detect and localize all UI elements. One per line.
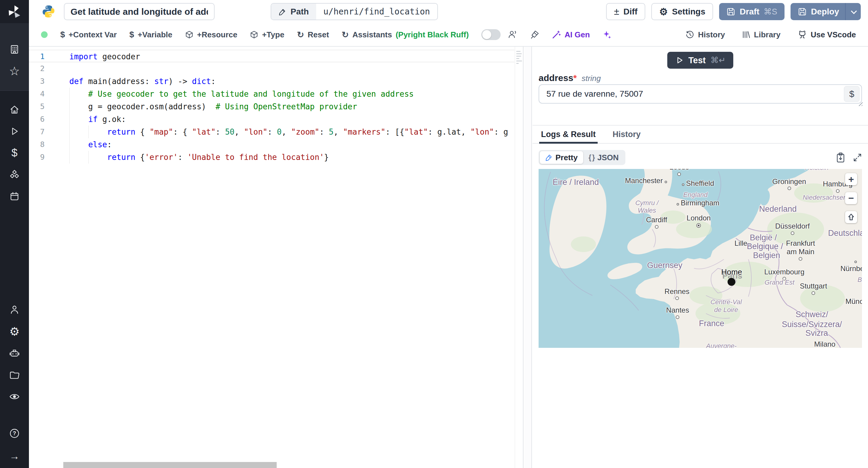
user-icon [9, 305, 20, 315]
add-variable-label: +Variable [138, 30, 173, 39]
sidebar-item-variables[interactable]: $ [0, 145, 29, 161]
package-icon [185, 30, 193, 39]
person-presence-icon [508, 30, 518, 39]
reset-button[interactable]: ↻ Reset [297, 30, 329, 40]
history-button[interactable]: History [685, 30, 725, 39]
windmill-logo[interactable] [0, 3, 29, 21]
view-switcher: Pretty { } JSON [538, 150, 625, 165]
expand-icon[interactable] [853, 153, 862, 162]
add-resource-label: +Resource [197, 30, 238, 39]
path-label-cell: Path [271, 4, 316, 20]
sidebar-item-workers[interactable] [0, 345, 29, 361]
reset-label: Reset [308, 30, 329, 39]
code-lines: 1import geocoder23def main(address: str)… [29, 50, 515, 164]
map-marker [727, 278, 735, 286]
indent-guide [88, 126, 89, 138]
add-context-var-button[interactable]: $ +Context Var [60, 30, 117, 39]
sidebar-item-users[interactable] [0, 302, 29, 318]
map-zoom-out-button[interactable]: − [845, 192, 857, 204]
dollar-icon: $ [11, 147, 18, 159]
tab-logs-result[interactable]: Logs & Result [541, 126, 596, 143]
pretty-label: Pretty [555, 153, 578, 162]
sidebar-item-favorites[interactable]: ☆ [0, 63, 29, 79]
add-resource-button[interactable]: +Resource [185, 30, 238, 39]
status-dot [41, 31, 48, 38]
address-input[interactable] [538, 84, 862, 104]
tab-history[interactable]: History [613, 126, 641, 143]
multiplayer-toggle[interactable] [481, 29, 501, 40]
assistants-label: Assistants [352, 30, 392, 39]
diff-button[interactable]: ± Diff [606, 3, 645, 20]
add-variable-button[interactable]: $ +Variable [129, 30, 173, 39]
script-title-input[interactable] [64, 3, 215, 20]
sidebar-item-help[interactable]: ? [0, 426, 29, 441]
arg-name: address* [538, 73, 577, 83]
ai-gen-button[interactable]: AI Gen [552, 30, 590, 39]
sidebar-item-settings[interactable]: ⚙ [0, 324, 29, 339]
indent-guide [88, 151, 89, 164]
draft-button[interactable]: Draft ⌘S [719, 3, 784, 20]
windmill-logo-icon [7, 4, 22, 20]
copy-result-icon[interactable] [836, 153, 845, 163]
required-mark: * [573, 73, 577, 83]
reset-icon: ↻ [297, 30, 304, 40]
map-controls: + − [845, 173, 857, 223]
sidebar-item-runs[interactable] [0, 124, 29, 139]
eye-icon [9, 392, 20, 402]
code-line: 3def main(address: str) -> dict: [29, 75, 515, 88]
assistants-detail: (Pyright Black Ruff) [396, 30, 469, 39]
multiplayer-button[interactable] [508, 30, 518, 39]
format-button[interactable] [530, 30, 539, 39]
history-clock-icon [685, 30, 694, 39]
arrow-up-icon [847, 213, 855, 221]
minimap[interactable] [515, 47, 523, 468]
test-button[interactable]: Test ⌘↵ [667, 52, 733, 69]
library-label: Library [754, 30, 781, 39]
path-widget[interactable]: Path u/henri/find_location [271, 3, 438, 20]
pretty-view-button[interactable]: Pretty [540, 151, 583, 164]
indent-guide [69, 88, 70, 164]
dollar-icon: $ [129, 30, 134, 39]
result-map[interactable]: LeedsHolsteinÉire / IrelandManchesterShe… [538, 169, 862, 348]
panel-splitter[interactable] [524, 47, 532, 468]
dollar-icon: $ [60, 30, 65, 39]
sidebar-item-schedules[interactable] [0, 189, 29, 204]
sidebar-item-resources[interactable] [0, 167, 29, 182]
settings-button[interactable]: ⚙ Settings [651, 3, 713, 20]
code-line: 1import geocoder [29, 50, 515, 62]
sidebar-item-collapse[interactable]: → [0, 448, 29, 464]
ai-suggest-button[interactable] [602, 30, 612, 39]
sidebar-item-audit[interactable] [0, 389, 29, 404]
sidebar-item-home[interactable] [0, 102, 29, 118]
map-zoom-in-button[interactable]: + [845, 173, 857, 185]
deploy-label: Deploy [811, 7, 839, 16]
sidebar-item-folders[interactable] [0, 367, 29, 383]
horizontal-scrollbar[interactable] [63, 462, 277, 468]
code-editor[interactable]: 1import geocoder23def main(address: str)… [29, 47, 524, 468]
add-type-label: +Type [262, 30, 284, 39]
add-type-button[interactable]: +Type [250, 30, 284, 39]
code-line: 4 # Use geocoder to get the latitude and… [29, 88, 515, 100]
run-panel: Test ⌘↵ address* string $ Logs & Result … [532, 47, 868, 468]
path-label: Path [290, 7, 309, 16]
json-label: JSON [597, 153, 619, 162]
play-icon [675, 56, 684, 64]
draft-label: Draft [740, 7, 759, 16]
cubes-icon [9, 169, 20, 180]
json-view-button[interactable]: { } JSON [583, 151, 624, 164]
map-recenter-button[interactable] [845, 211, 857, 223]
svg-text:?: ? [13, 430, 16, 436]
insert-variable-button[interactable]: $ [844, 86, 860, 102]
draft-shortcut: ⌘S [764, 7, 777, 16]
deploy-button[interactable]: Deploy [790, 3, 861, 20]
sidebar-item-workspace[interactable] [0, 41, 29, 57]
use-vscode-button[interactable]: Use VScode [798, 30, 856, 39]
library-button[interactable]: Library [742, 30, 781, 39]
play-icon [9, 126, 20, 136]
path-value: u/henri/find_location [316, 4, 437, 20]
toggle-knob [482, 30, 491, 39]
assistants-button[interactable]: ↻ Assistants (Pyright Black Ruff) [342, 30, 469, 40]
deploy-dropdown-button[interactable] [845, 3, 861, 20]
use-vscode-label: Use VScode [811, 30, 856, 39]
gear-icon: ⚙ [659, 6, 668, 18]
